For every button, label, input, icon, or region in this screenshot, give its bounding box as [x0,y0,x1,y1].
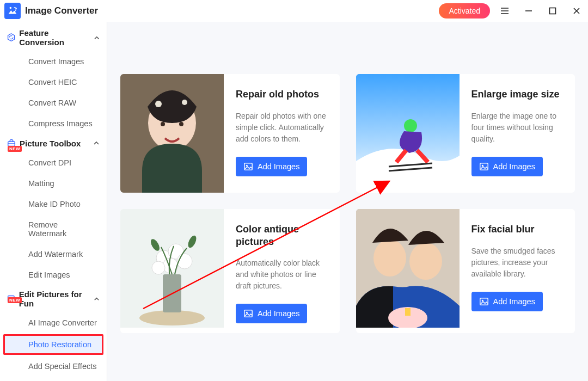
button-label: Add Images [258,162,299,171]
activated-badge[interactable]: Activated [439,3,490,19]
add-images-button[interactable]: Add Images [236,304,307,323]
svg-rect-32 [405,308,411,316]
main-content: Repair old photos Repair old photos with… [107,22,588,381]
card-color-antique-pictures: Color antique pictures Automatically col… [120,209,340,333]
sidebar-item-convert-images[interactable]: Convert Images [3,51,103,72]
app-logo-icon [4,3,21,19]
card-fix-facial-blur: Fix facial blur Save the smudged faces p… [356,209,575,333]
svg-point-0 [10,7,12,9]
card-title: Fix facial blur [471,223,564,236]
hamburger-menu-icon[interactable] [500,6,510,16]
svg-point-30 [409,243,442,280]
maximize-icon[interactable] [548,6,558,16]
image-icon [479,162,489,171]
minimize-icon[interactable] [524,6,534,16]
sidebar-item-add-watermark[interactable]: Add Watermark [3,244,103,265]
svg-point-7 [179,122,183,126]
sidebar-item-convert-dpi[interactable]: Convert DPI [3,152,103,173]
chevron-up-icon [93,139,100,147]
chevron-up-icon [93,295,100,303]
svg-rect-26 [244,310,252,317]
sidebar-item-photo-restoration[interactable]: Photo Restoration [3,334,103,355]
card-desc: Save the smudged faces pictures, increas… [471,245,564,280]
thumb-flowers-icon [120,209,224,328]
svg-point-17 [139,310,205,325]
button-label: Add Images [258,309,299,318]
svg-point-9 [182,100,187,105]
svg-rect-1 [550,8,556,14]
button-label: Add Images [493,297,535,306]
section-label: Picture Toolbox [20,139,81,148]
new-badge: NEW [8,297,22,303]
chevron-up-icon [93,34,100,41]
card-title: Color antique pictures [236,223,328,248]
card-repair-old-photos: Repair old photos Repair old photos with… [120,74,340,193]
sidebar-item-add-special-effects[interactable]: Add Special Effects [3,356,103,377]
svg-rect-14 [480,163,487,170]
title-bar: Image Converter Activated [0,0,588,22]
svg-point-6 [161,122,165,126]
card-title: Repair old photos [236,88,328,101]
card-title: Enlarge image size [471,88,564,101]
add-images-button[interactable]: Add Images [236,157,307,176]
svg-rect-10 [244,163,252,170]
sidebar-item-ai-image-converter[interactable]: AI Image Converter [3,312,103,333]
sidebar-item-matting[interactable]: Matting [3,173,103,194]
image-icon [243,309,253,318]
new-badge: NEW [8,146,22,152]
svg-point-23 [152,261,165,274]
sidebar-item-convert-raw[interactable]: Convert RAW [3,93,103,113]
image-icon [243,162,253,171]
image-icon [479,297,489,306]
add-images-button[interactable]: Add Images [471,292,543,311]
sidebar-section-feature-conversion[interactable]: Feature Conversion [0,24,107,51]
add-images-button[interactable]: Add Images [471,157,543,176]
section-label: Feature Conversion [19,28,93,47]
convert-icon [7,33,16,42]
svg-point-29 [373,239,406,276]
sidebar-item-edit-images[interactable]: Edit Images [3,265,103,285]
app-title: Image Converter [25,5,98,16]
svg-point-8 [155,101,162,107]
section-label: Edit Pictures for Fun [19,290,93,308]
sidebar-item-make-id-photo[interactable]: Make ID Photo [3,194,103,214]
sidebar-item-remove-watermark[interactable]: Remove Watermark [3,214,103,244]
card-desc: Repair old photos with one simple click.… [236,110,328,145]
card-desc: Enlarge the image one to four times with… [471,110,564,145]
card-enlarge-image-size: Enlarge image size Enlarge the image one… [356,74,575,193]
sidebar-item-compress-images[interactable]: Compress Images [3,113,103,134]
svg-rect-18 [163,274,181,312]
button-label: Add Images [493,162,535,171]
svg-point-13 [404,119,417,132]
card-desc: Automatically color black and white phot… [236,257,328,292]
thumb-skier-icon [356,74,460,193]
thumb-vintage-portrait-icon [120,74,224,193]
close-icon[interactable] [572,6,581,16]
svg-rect-33 [480,298,487,305]
sidebar-item-convert-heic[interactable]: Convert HEIC [3,72,103,93]
thumb-selfie-icon [356,209,460,328]
sidebar-item-pic-collage[interactable]: Pic Collage [3,377,103,381]
sidebar: Feature Conversion Convert Images Conver… [0,22,107,381]
